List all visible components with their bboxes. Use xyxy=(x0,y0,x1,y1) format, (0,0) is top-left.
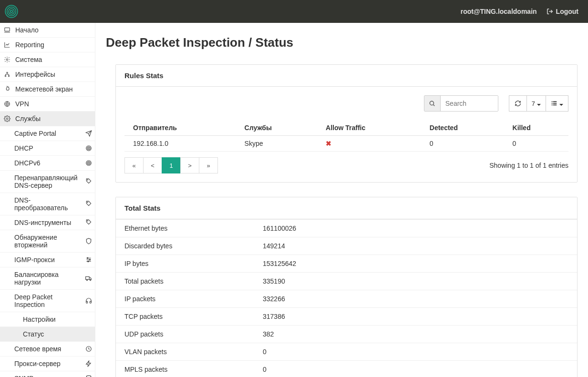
list-icon xyxy=(551,100,557,107)
deny-icon: ✖ xyxy=(326,140,331,147)
sidebar-sub-dhcp[interactable]: DHCP xyxy=(0,141,95,156)
stat-key: MPLS packets xyxy=(116,361,254,377)
search-input[interactable] xyxy=(441,96,498,111)
sidebar-item-label: Интерфейсы xyxy=(15,71,55,78)
stats-row: UDP packets382 xyxy=(116,326,577,343)
sidebar-sub-label: DNS-инструменты xyxy=(14,219,85,226)
sidebar-sub-сетевое-время[interactable]: Сетевое время xyxy=(0,342,95,357)
svg-point-25 xyxy=(90,279,91,280)
svg-point-3 xyxy=(10,10,13,13)
bullseye-icon xyxy=(85,160,92,166)
sidebar-subsub-настройки[interactable]: Настройки xyxy=(0,312,95,327)
column-header[interactable]: Allow Traffic xyxy=(317,120,421,136)
sidebar-sub-перенаправляющий-dns-сервер[interactable]: Перенаправляющий DNS-сервер xyxy=(0,171,95,193)
sidebar-sub-dhcpv6[interactable]: DHCPv6 xyxy=(0,156,95,171)
svg-point-13 xyxy=(88,148,89,148)
sidebar-sub-snmp[interactable]: SNMP xyxy=(0,371,95,377)
cogs-icon xyxy=(4,56,12,63)
stat-value: 317386 xyxy=(254,308,577,326)
bullseye-icon xyxy=(85,145,92,152)
stats-row: VLAN packets0 xyxy=(116,343,577,361)
column-header[interactable]: Службы xyxy=(236,120,317,136)
stat-value: 332266 xyxy=(254,290,577,308)
column-header[interactable]: Detected xyxy=(421,120,504,136)
sidebar-subsub-статус[interactable]: Статус xyxy=(0,327,95,342)
cell-killed: 0 xyxy=(504,136,568,152)
stats-row: IP packets332266 xyxy=(116,290,577,308)
sidebar-sub-балансировка-нагрузки[interactable]: Балансировка нагрузки xyxy=(0,267,95,290)
svg-point-22 xyxy=(88,261,89,262)
page-title: Deep Packet Inspection / Status xyxy=(106,35,578,50)
panel-heading: Total Stats xyxy=(116,197,577,219)
page-next[interactable]: > xyxy=(180,157,199,173)
stat-key: UDP packets xyxy=(116,326,254,343)
sidebar-sub-label: DHCPv6 xyxy=(14,159,85,167)
page-first[interactable]: « xyxy=(124,157,144,173)
refresh-icon xyxy=(515,100,521,107)
app-logo xyxy=(4,4,19,19)
svg-point-6 xyxy=(5,75,6,76)
fire-icon xyxy=(4,86,12,92)
stat-key: VLAN packets xyxy=(116,343,254,361)
top-bar: root@TING.localdomain Logout xyxy=(0,0,588,23)
page-size-dropdown[interactable]: 7 xyxy=(526,95,546,112)
sidebar-sub-deep-packet-inspection[interactable]: Deep Packet Inspection xyxy=(0,290,95,312)
sidebar-sub-dns-преобразователь[interactable]: DNS-преобразователь xyxy=(0,193,95,215)
logout-label: Logout xyxy=(556,8,578,15)
stat-key: Discarded bytes xyxy=(116,237,254,255)
table-toolbar: 7 xyxy=(124,95,568,112)
logout-icon xyxy=(547,8,553,15)
svg-point-24 xyxy=(86,279,87,280)
column-header[interactable]: Killed xyxy=(504,120,568,136)
page-prev[interactable]: < xyxy=(143,157,162,173)
tags-icon xyxy=(85,178,92,185)
page-size-value: 7 xyxy=(532,100,535,107)
sidebar-item-label: Межсетевой экран xyxy=(15,85,73,93)
svg-rect-4 xyxy=(5,28,10,31)
database-icon xyxy=(85,375,92,377)
refresh-button[interactable] xyxy=(509,95,527,112)
page-current[interactable]: 1 xyxy=(162,157,181,173)
laptop-icon xyxy=(4,27,12,33)
sidebar-sub-igmp-прокси[interactable]: IGMP-прокси xyxy=(0,253,95,267)
svg-point-20 xyxy=(87,257,88,258)
sidebar-sub-captive-portal[interactable]: Captive Portal xyxy=(0,126,95,141)
sidebar-item-службы[interactable]: Службы xyxy=(0,112,95,126)
sidebar-sub-label: Перенаправляющий DNS-сервер xyxy=(14,174,85,189)
stats-row: Ethernet bytes161100026 xyxy=(116,220,577,237)
svg-point-18 xyxy=(87,202,88,203)
sidebar-sub-dns-инструменты[interactable]: DNS-инструменты xyxy=(0,215,95,230)
total-stats-table: Ethernet bytes161100026Discarded bytes14… xyxy=(116,219,577,377)
sidebar-item-межсетевой-экран[interactable]: Межсетевой экран xyxy=(0,82,95,97)
chart-icon xyxy=(4,41,12,48)
pager-info: Showing 1 to 1 of 1 entries xyxy=(489,162,568,169)
sidebar-sub-label: Прокси-сервер xyxy=(14,360,85,367)
svg-point-29 xyxy=(430,101,434,105)
clock-icon xyxy=(85,346,92,352)
panel-heading: Rules Stats xyxy=(116,65,577,87)
cell-allow: ✖ xyxy=(317,136,421,152)
rules-stats-panel: Rules Stats 7 xyxy=(115,64,578,183)
pager: « < 1 > » xyxy=(124,157,218,173)
cell-detected: 0 xyxy=(421,136,504,152)
sliders-icon xyxy=(85,256,92,263)
columns-dropdown[interactable] xyxy=(546,95,568,112)
svg-point-21 xyxy=(89,259,90,260)
sidebar-item-начало[interactable]: Начало xyxy=(0,23,95,38)
sidebar-item-интерфейсы[interactable]: Интерфейсы xyxy=(0,67,95,82)
headphones-icon xyxy=(85,297,92,304)
gear-icon xyxy=(4,115,12,122)
sidebar-sub-label: Обнаружение вторжений xyxy=(14,234,85,249)
sidebar-sub-обнаружение-вторжений[interactable]: Обнаружение вторжений xyxy=(0,230,95,253)
column-header[interactable]: Отправитель xyxy=(124,120,236,136)
sidebar-item-vpn[interactable]: VPN xyxy=(0,97,95,112)
page-last[interactable]: » xyxy=(199,157,218,173)
stat-value: 0 xyxy=(254,343,577,361)
sidebar-sub-label: Сетевое время xyxy=(14,345,85,353)
sidebar-item-label: Система xyxy=(15,56,42,63)
bolt-icon xyxy=(85,360,92,367)
sidebar-sub-прокси-сервер[interactable]: Прокси-сервер xyxy=(0,357,95,371)
sidebar-item-reporting[interactable]: Reporting xyxy=(0,38,95,52)
sidebar-item-система[interactable]: Система xyxy=(0,52,95,67)
logout-button[interactable]: Logout xyxy=(547,8,578,15)
